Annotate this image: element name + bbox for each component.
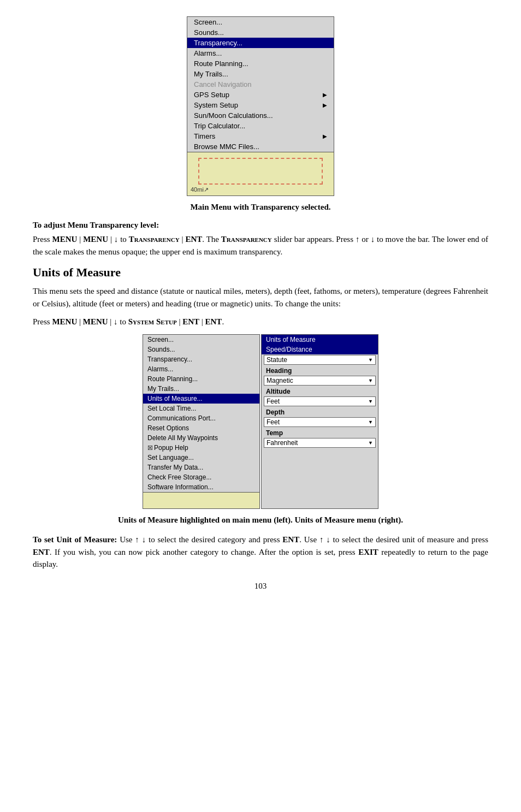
- cmd2-ent1: ENT: [182, 317, 199, 326]
- left-transfer-data[interactable]: Transfer My Data...: [143, 463, 259, 472]
- left-screen[interactable]: Screen...: [143, 335, 259, 345]
- to-set-label: To set Unit of Measure:: [33, 535, 117, 544]
- map-preview: 40mi↗: [187, 152, 334, 195]
- right-temp-dropdown[interactable]: Fahrenheit ▼: [264, 438, 376, 448]
- statute-value: Statute: [267, 356, 287, 364]
- menu-item-cancel-navigation: Cancel Navigation: [187, 79, 334, 90]
- cmd2-menu2: MENU: [83, 317, 108, 326]
- cmd2-menu1: MENU: [52, 317, 77, 326]
- command2: Press MENU | MENU | ↓ to System Setup | …: [33, 317, 488, 327]
- menu-key-1: MENU: [52, 235, 78, 244]
- menu-item-timers[interactable]: Timers ▶: [187, 131, 334, 141]
- transparency-label: Transparency: [129, 235, 180, 244]
- right-temp-label: Temp: [262, 428, 378, 437]
- menu-item-timers-label: Timers: [194, 132, 215, 140]
- temp-dropdown-arrow-icon: ▼: [368, 440, 373, 446]
- ent-key-s3b: ENT: [33, 548, 50, 556]
- menu-item-transparency[interactable]: Transparency...: [187, 38, 334, 48]
- ent-key-s3a: ENT: [282, 535, 299, 544]
- right-heading-label: Heading: [262, 365, 378, 375]
- left-alarms[interactable]: Alarms...: [143, 364, 259, 374]
- right-menu-header: Units of Measure: [262, 335, 378, 345]
- map-scale-label: 40mi↗: [191, 186, 209, 193]
- magnetic-dropdown-arrow-icon: ▼: [368, 378, 373, 383]
- left-communications-port[interactable]: Communications Port...: [143, 413, 259, 423]
- right-magnetic-dropdown[interactable]: Magnetic ▼: [264, 376, 376, 386]
- right-statute-dropdown[interactable]: Statute ▼: [264, 355, 376, 365]
- left-software-info[interactable]: Software Information...: [143, 482, 259, 492]
- section2-body: This menu sets the speed and distance (s…: [33, 285, 488, 310]
- right-altitude-label: Altitude: [262, 386, 378, 396]
- exit-key: EXIT: [358, 548, 378, 556]
- right-depth-label: Depth: [262, 407, 378, 417]
- left-set-local-time[interactable]: Set Local Time...: [143, 404, 259, 413]
- gps-setup-arrow-icon: ▶: [323, 92, 327, 98]
- page-number: 103: [33, 582, 488, 591]
- top-menu-screenshot: Screen... Sounds... Transparency... Alar…: [187, 16, 334, 196]
- menu-item-sunmoon[interactable]: Sun/Moon Calculations...: [187, 110, 334, 121]
- left-route-planning[interactable]: Route Planning...: [143, 374, 259, 384]
- system-setup-arrow-icon: ▶: [323, 102, 327, 108]
- left-popup-help[interactable]: ☒ Popup Help: [143, 443, 259, 453]
- cmd2-ent2: ENT: [205, 317, 222, 326]
- section2-heading: Units of Measure: [33, 265, 488, 280]
- section1-heading: To adjust Menu Transparency level:: [33, 221, 488, 230]
- left-map-preview: [143, 492, 259, 508]
- right-speed-distance-label: Speed/Distance: [262, 345, 378, 354]
- transparency-label-2: Transparency: [221, 235, 272, 244]
- popup-help-label: Popup Help: [154, 444, 188, 452]
- right-menu-screenshot: Units of Measure Speed/Distance Statute …: [261, 334, 378, 509]
- figure1-caption: Main Menu with Transparency selected.: [33, 203, 488, 212]
- right-altitude-dropdown[interactable]: Feet ▼: [264, 396, 376, 406]
- magnetic-value: Magnetic: [267, 377, 293, 384]
- section3-body: To set Unit of Measure: Use ↑ ↓ to selec…: [33, 534, 488, 571]
- left-transparency[interactable]: Transparency...: [143, 354, 259, 364]
- statute-dropdown-arrow-icon: ▼: [368, 357, 373, 363]
- menu-item-gps-setup-label: GPS Setup: [194, 91, 229, 99]
- depth-value: Feet: [267, 418, 280, 426]
- menu-item-alarms[interactable]: Alarms...: [187, 48, 334, 58]
- ent-key-1: ENT: [185, 235, 202, 244]
- right-menu-spacer: [262, 448, 378, 470]
- left-units-of-measure[interactable]: Units of Measure...: [143, 394, 259, 404]
- cmd2-system-setup: System Setup: [128, 317, 177, 326]
- section1-body: Press MENU | MENU | ↓ to Transparency | …: [33, 233, 488, 258]
- menu-item-sounds[interactable]: Sounds...: [187, 27, 334, 38]
- menu-item-system-setup-label: System Setup: [194, 101, 238, 109]
- section1-heading-text: To adjust Menu Transparency level:: [33, 221, 159, 229]
- menu-key-2: MENU: [83, 235, 108, 244]
- menu-item-browse-mmc[interactable]: Browse MMC Files...: [187, 141, 334, 152]
- temp-value: Fahrenheit: [267, 439, 298, 447]
- menu-item-my-trails[interactable]: My Trails...: [187, 69, 334, 79]
- menu-item-system-setup[interactable]: System Setup ▶: [187, 100, 334, 110]
- left-menu-screenshot: Screen... Sounds... Transparency... Alar…: [143, 334, 260, 509]
- top-screenshot-container: Screen... Sounds... Transparency... Alar…: [33, 16, 488, 196]
- left-set-language[interactable]: Set Language...: [143, 453, 259, 463]
- left-delete-waypoints[interactable]: Delete All My Waypoints: [143, 433, 259, 443]
- left-my-trails[interactable]: My Trails...: [143, 384, 259, 394]
- menu-item-route-planning[interactable]: Route Planning...: [187, 58, 334, 69]
- menu-item-gps-setup[interactable]: GPS Setup ▶: [187, 90, 334, 100]
- timers-arrow-icon: ▶: [323, 133, 327, 139]
- figure2-caption: Units of Measure highlighted on main men…: [33, 515, 488, 525]
- dual-screenshot-container: Screen... Sounds... Transparency... Alar…: [33, 334, 488, 509]
- menu-item-screen[interactable]: Screen...: [187, 17, 334, 27]
- left-check-storage[interactable]: Check Free Storage...: [143, 472, 259, 482]
- altitude-value: Feet: [267, 398, 280, 405]
- popup-help-checkbox-icon: ☒: [147, 444, 153, 452]
- depth-dropdown-arrow-icon: ▼: [368, 419, 373, 425]
- altitude-dropdown-arrow-icon: ▼: [368, 399, 373, 404]
- left-sounds[interactable]: Sounds...: [143, 345, 259, 354]
- right-depth-dropdown[interactable]: Feet ▼: [264, 417, 376, 427]
- left-reset-options[interactable]: Reset Options: [143, 423, 259, 433]
- menu-item-trip-calc[interactable]: Trip Calculator...: [187, 121, 334, 131]
